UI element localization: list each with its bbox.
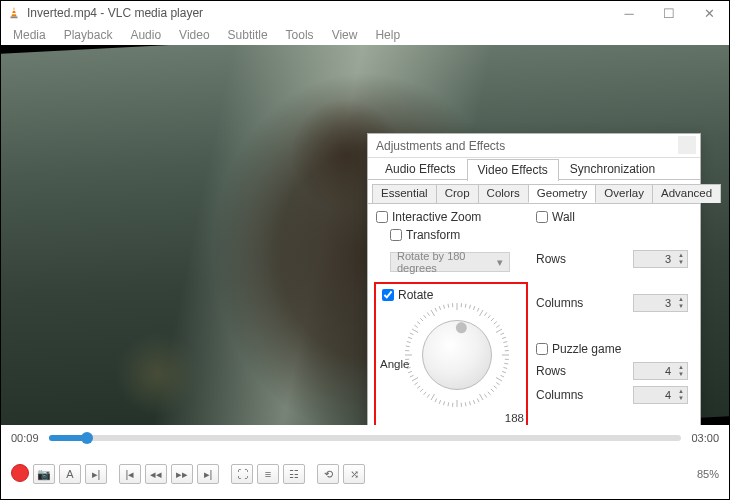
puzzle-checkbox[interactable]: Puzzle game: [536, 342, 688, 356]
dialog-close-icon[interactable]: [678, 136, 696, 154]
timeline: 00:09 03:00: [1, 425, 729, 451]
svg-line-61: [407, 342, 411, 343]
svg-rect-2: [12, 10, 16, 11]
interactive-zoom-checkbox[interactable]: Interactive Zoom: [376, 210, 526, 224]
svg-line-43: [444, 401, 445, 405]
transform-select[interactable]: Rotate by 180 degrees ▾: [390, 252, 510, 272]
transform-label: Transform: [406, 228, 460, 242]
app-icon: [7, 6, 21, 20]
svg-line-60: [406, 346, 410, 347]
tab-advanced[interactable]: Advanced: [652, 184, 721, 203]
menu-media[interactable]: Media: [5, 26, 54, 44]
playlist-button[interactable]: ≡: [257, 464, 279, 484]
tab-crop[interactable]: Crop: [436, 184, 479, 203]
close-window-button[interactable]: ✕: [689, 1, 729, 25]
interactive-zoom-label: Interactive Zoom: [392, 210, 481, 224]
wall-checkbox[interactable]: Wall: [536, 210, 688, 224]
tab-video-effects[interactable]: Video Effects: [467, 159, 559, 181]
loop-button[interactable]: ⟲: [317, 464, 339, 484]
transform-checkbox[interactable]: Transform: [390, 228, 526, 242]
loop-a-button[interactable]: A: [59, 464, 81, 484]
tab-synchronization[interactable]: Synchronization: [559, 158, 666, 180]
svg-line-18: [502, 337, 506, 338]
svg-rect-3: [12, 13, 17, 14]
slower-button[interactable]: ◂◂: [145, 464, 167, 484]
wall-cols-value: 3: [634, 297, 675, 309]
puzzle-rows-stepper[interactable]: 4▲▼: [633, 362, 688, 380]
video-area[interactable]: Adjustments and Effects Audio Effects Vi…: [1, 45, 729, 425]
wall-cols-stepper[interactable]: 3▲▼: [633, 294, 688, 312]
shuffle-button[interactable]: ⤮: [343, 464, 365, 484]
svg-line-20: [504, 346, 508, 347]
seek-bar[interactable]: [49, 435, 682, 441]
rotate-input[interactable]: [382, 289, 394, 301]
wall-rows-label: Rows: [536, 252, 566, 266]
svg-line-74: [448, 304, 449, 308]
menu-help[interactable]: Help: [367, 26, 408, 44]
next-button[interactable]: ▸|: [197, 464, 219, 484]
tab-geometry[interactable]: Geometry: [528, 184, 597, 203]
puzzle-rows-value: 4: [634, 365, 675, 377]
effects-button[interactable]: ☷: [283, 464, 305, 484]
transform-input[interactable]: [390, 229, 402, 241]
tab-overlay[interactable]: Overlay: [595, 184, 653, 203]
angle-dial[interactable]: [412, 310, 502, 400]
menu-subtitle[interactable]: Subtitle: [220, 26, 276, 44]
window-title: Inverted.mp4 - VLC media player: [27, 6, 203, 20]
wall-cols-label: Columns: [536, 296, 583, 310]
svg-line-56: [406, 363, 410, 364]
puzzle-cols-stepper[interactable]: 4▲▼: [633, 386, 688, 404]
rotate-checkbox[interactable]: Rotate: [382, 288, 526, 302]
svg-line-7: [469, 305, 470, 309]
rotate-highlight: Rotate Angle 188: [374, 282, 528, 425]
frame-step-button[interactable]: ▸|: [85, 464, 107, 484]
sub-tabs: Essential Crop Colors Geometry Overlay A…: [368, 180, 700, 204]
wall-input[interactable]: [536, 211, 548, 223]
wall-rows-stepper[interactable]: 3▲▼: [633, 250, 688, 268]
adjustments-dialog: Adjustments and Effects Audio Effects Vi…: [367, 133, 701, 425]
menu-video[interactable]: Video: [171, 26, 217, 44]
svg-line-24: [504, 363, 508, 364]
record-button[interactable]: [11, 464, 29, 482]
faster-button[interactable]: ▸▸: [171, 464, 193, 484]
puzzle-cols-label: Columns: [536, 388, 583, 402]
fullscreen-button[interactable]: ⛶: [231, 464, 253, 484]
tab-essential[interactable]: Essential: [372, 184, 437, 203]
interactive-zoom-input[interactable]: [376, 211, 388, 223]
svg-marker-0: [11, 7, 16, 17]
main-tabs: Audio Effects Video Effects Synchronizat…: [368, 158, 700, 180]
puzzle-cols-value: 4: [634, 389, 675, 401]
angle-value: 188: [505, 412, 524, 424]
dialog-title: Adjustments and Effects: [376, 139, 505, 153]
svg-line-25: [503, 367, 507, 368]
maximize-button[interactable]: ☐: [649, 1, 689, 25]
tab-audio-effects[interactable]: Audio Effects: [374, 158, 467, 180]
dialog-title-bar[interactable]: Adjustments and Effects: [368, 134, 700, 158]
svg-line-73: [444, 305, 445, 309]
transform-select-value: Rotate by 180 degrees: [397, 250, 497, 274]
tab-colors[interactable]: Colors: [478, 184, 529, 203]
seek-handle[interactable]: [81, 432, 93, 444]
wall-rows-value: 3: [634, 253, 675, 265]
puzzle-label: Puzzle game: [552, 342, 621, 356]
prev-button[interactable]: |◂: [119, 464, 141, 484]
playback-speed[interactable]: 85%: [697, 468, 719, 480]
svg-rect-1: [11, 17, 18, 19]
snapshot-button[interactable]: 📷: [33, 464, 55, 484]
minimize-button[interactable]: ─: [609, 1, 649, 25]
svg-line-55: [407, 367, 411, 368]
geometry-panel: Interactive Zoom Transform Rotate by 180…: [368, 204, 700, 425]
menu-tools[interactable]: Tools: [278, 26, 322, 44]
svg-line-19: [503, 342, 507, 343]
menu-audio[interactable]: Audio: [122, 26, 169, 44]
puzzle-input[interactable]: [536, 343, 548, 355]
svg-line-36: [473, 400, 474, 404]
svg-line-6: [465, 304, 466, 308]
menu-playback[interactable]: Playback: [56, 26, 121, 44]
controls-bar: 📷 A ▸| |◂ ◂◂ ▸▸ ▸| ⛶ ≡ ☷ ⟲ ⤮ 85%: [1, 451, 729, 497]
menu-bar: Media Playback Audio Video Subtitle Tool…: [1, 25, 729, 45]
chevron-down-icon: ▾: [497, 256, 503, 269]
menu-view[interactable]: View: [324, 26, 366, 44]
puzzle-rows-label: Rows: [536, 364, 566, 378]
title-bar: Inverted.mp4 - VLC media player ─ ☐ ✕: [1, 1, 729, 25]
